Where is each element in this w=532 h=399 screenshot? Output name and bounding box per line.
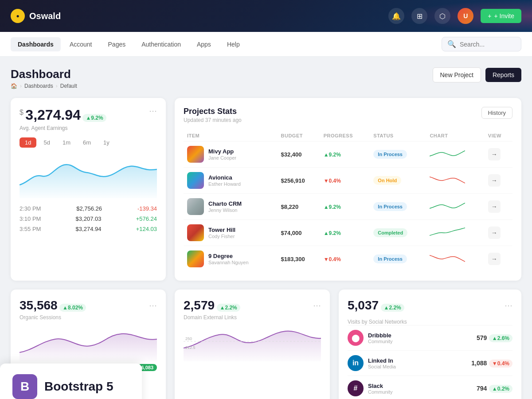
view-btn-tower[interactable]: → (488, 227, 501, 239)
social-more-button[interactable]: ⋯ (505, 298, 512, 313)
bootstrap-label: Bootstrap 5 (44, 379, 113, 394)
secondary-nav: Dashboards Account Pages Authentication … (0, 32, 532, 57)
status-badge: In Process (373, 254, 407, 263)
domain-links-card: 2,579 ▲2.2% ⋯ Domain External Links (175, 289, 330, 399)
organic-value: 35,568 (20, 298, 58, 312)
tab-authentication[interactable]: Authentication (134, 37, 188, 51)
tab-pages[interactable]: Pages (101, 37, 133, 51)
header-buttons: New Project Reports (433, 67, 522, 82)
time-filters: 1d 5d 1m 6m 1y (20, 137, 157, 148)
earnings-card: $ 3,274.94 ▲9.2% ⋯ Avg. Agent Earnings 1… (11, 98, 166, 281)
organic-badge: ▲8.02% (59, 304, 86, 312)
view-btn-avionica[interactable]: → (488, 174, 501, 187)
app-name: Oswald (29, 11, 61, 21)
change-2: +576.24 (136, 215, 157, 222)
organic-chart (20, 326, 157, 361)
share-icon[interactable]: ⬡ (434, 8, 450, 24)
view-btn-9degree[interactable]: → (488, 253, 501, 265)
val-2: $3,207.03 (76, 215, 102, 222)
thumb-avionica (187, 172, 204, 189)
col-item: ITEM (184, 130, 278, 141)
projects-header: Projects Stats Updated 37 minutes ago Hi… (184, 107, 512, 123)
social-row-slack: # Slack Community 794 ▲0.2% (348, 376, 512, 399)
col-budget: BUDGET (278, 130, 320, 141)
tab-account[interactable]: Account (63, 37, 99, 51)
domain-badge: ▲2.2% (217, 304, 240, 312)
thumb-9degree (187, 250, 204, 267)
thumb-tower (187, 224, 204, 241)
page-title: Dashboard (11, 67, 77, 81)
col-status: STATUS (370, 130, 426, 141)
col-chart: CHART (426, 130, 484, 141)
table-row: AvionicaEsther Howard $256,910 ▼0.4% On … (184, 168, 512, 194)
earnings-header: $ 3,274.94 ▲9.2% ⋯ (20, 107, 157, 123)
plus-icon: + (488, 12, 491, 20)
breadcrumb-home-icon: 🏠 (11, 83, 17, 89)
time-2: 3:10 PM (20, 215, 41, 222)
earnings-currency: $ (20, 109, 23, 117)
status-badge: Completed (373, 228, 407, 237)
organic-label: Organic Sessions (20, 314, 157, 321)
earnings-row-3: 3:55 PM $3,274.94 +124.03 (20, 226, 157, 232)
col-view: VIEW (485, 130, 512, 141)
cards-grid: $ 3,274.94 ▲9.2% ⋯ Avg. Agent Earnings 1… (11, 98, 521, 281)
history-button[interactable]: History (481, 107, 512, 119)
tab-apps[interactable]: Apps (190, 37, 218, 51)
social-networks-card: 5,037 ▲2.2% ⋯ Visits by Social Networks … (339, 289, 521, 399)
domain-value: 2,579 (184, 298, 215, 312)
projects-updated: Updated 37 minutes ago (184, 117, 242, 123)
domain-more-button[interactable]: ⋯ (313, 298, 321, 313)
thumb-mivy (187, 146, 204, 163)
earnings-row-1: 2:30 PM $2,756.26 -139.34 (20, 205, 157, 212)
val-3: $3,274.94 (76, 226, 102, 232)
status-badge: On Hold (373, 176, 401, 185)
change-1: -139.34 (137, 205, 157, 212)
domain-label: Domain External Links (184, 314, 321, 321)
status-badge: In Process (373, 202, 407, 211)
notification-icon[interactable]: 🔔 (388, 8, 404, 24)
projects-card: Projects Stats Updated 37 minutes ago Hi… (175, 98, 521, 281)
earnings-rows: 2:30 PM $2,756.26 -139.34 3:10 PM $3,207… (20, 205, 157, 232)
reports-button[interactable]: Reports (485, 68, 521, 82)
table-row: 9 DegreeSavannah Nguyen $183,300 ▼0.4% I… (184, 246, 512, 272)
earnings-row-2: 3:10 PM $3,207.03 +576.24 (20, 215, 157, 222)
page-header: Dashboard 🏠 › Dashboards › Default New P… (11, 67, 521, 89)
tab-dashboards[interactable]: Dashboards (11, 37, 61, 51)
domain-chart: 250 212.5 (184, 326, 321, 361)
time-1: 2:30 PM (20, 205, 41, 212)
avatar[interactable]: U (458, 8, 473, 24)
val-1: $2,756.26 (76, 205, 102, 212)
earnings-more-button[interactable]: ⋯ (149, 107, 157, 115)
search-icon: 🔍 (447, 40, 456, 48)
projects-title: Projects Stats (184, 107, 242, 116)
social-row-dribbble: ⬤ Dribbble Community 579 ▲2.6% (348, 325, 512, 350)
tab-help[interactable]: Help (220, 37, 247, 51)
thumb-charto (187, 198, 204, 215)
time-btn-1m[interactable]: 1m (57, 137, 76, 148)
monitor-icon[interactable]: ⊞ (411, 8, 427, 24)
bootstrap-overlay: B Bootstrap 5 (0, 364, 142, 399)
earnings-value-area: $ 3,274.94 ▲9.2% (20, 107, 106, 123)
svg-text:250: 250 (185, 336, 192, 341)
organic-more-button[interactable]: ⋯ (149, 298, 157, 313)
earnings-value: 3,274.94 (25, 107, 81, 123)
bootstrap-logo: B (12, 374, 37, 399)
dribbble-icon: ⬤ (348, 330, 364, 346)
search-box: 🔍 (442, 37, 521, 51)
top-navbar: ● Oswald 🔔 ⊞ ⬡ U + + Invite (0, 0, 532, 32)
time-btn-6m[interactable]: 6m (78, 137, 96, 148)
time-btn-1d[interactable]: 1d (20, 137, 36, 148)
logo-icon: ● (11, 9, 25, 23)
search-input[interactable] (460, 41, 516, 48)
table-row: Charto CRMJenny Wilson $8,220 ▲9.2% In P… (184, 194, 512, 220)
logo-area: ● Oswald (11, 9, 61, 23)
time-btn-5d[interactable]: 5d (38, 137, 55, 148)
view-btn-charto[interactable]: → (488, 200, 501, 213)
new-project-button[interactable]: New Project (433, 67, 481, 82)
breadcrumb-default: Default (60, 83, 77, 89)
social-row-linkedin: in Linked In Social Media 1,088 ▼0.4% (348, 350, 512, 376)
time-btn-1y[interactable]: 1y (98, 137, 115, 148)
view-btn-mivy[interactable]: → (488, 148, 501, 160)
invite-button[interactable]: + + Invite (481, 9, 521, 23)
earnings-label: Avg. Agent Earnings (20, 125, 157, 131)
